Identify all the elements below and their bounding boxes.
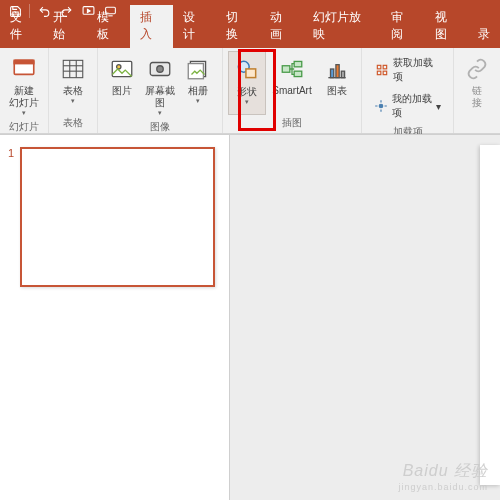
- picture-icon: [108, 55, 136, 83]
- album-label: 相册: [188, 85, 208, 97]
- svg-rect-5: [63, 60, 83, 77]
- chart-label: 图表: [327, 85, 347, 97]
- chevron-down-icon: ▾: [436, 101, 441, 112]
- tab-slideshow[interactable]: 幻灯片放映: [303, 5, 381, 48]
- pictures-label: 图片: [112, 85, 132, 97]
- group-label-tables: 表格: [63, 115, 83, 133]
- group-links: 链 接: [454, 48, 500, 133]
- group-images: 图片 屏幕截图 ▾ 相册 ▾ 图像: [98, 48, 223, 133]
- my-addins-button[interactable]: 我的加载项 ▾: [368, 88, 447, 124]
- chevron-down-icon: ▾: [22, 109, 26, 117]
- new-slide-button[interactable]: 新建 幻灯片 ▾: [5, 51, 43, 119]
- link-button[interactable]: 链 接: [459, 51, 495, 133]
- screenshot-button[interactable]: 屏幕截图 ▾: [141, 51, 179, 119]
- svg-rect-23: [336, 65, 339, 78]
- chevron-down-icon: ▾: [71, 97, 75, 105]
- slide-thumbnail-panel[interactable]: 1: [0, 135, 230, 500]
- store-icon: [374, 62, 389, 78]
- watermark-brand: Baidu 经验: [398, 461, 488, 482]
- get-addins-button[interactable]: 获取加载项: [368, 52, 447, 88]
- slide-thumbnail-row[interactable]: 1: [8, 147, 221, 287]
- table-label: 表格: [63, 85, 83, 97]
- tab-transitions[interactable]: 切换: [216, 5, 259, 48]
- svg-rect-19: [294, 61, 302, 66]
- group-addins: 获取加载项 我的加载项 ▾ 加载项: [362, 48, 454, 133]
- tab-insert[interactable]: 插入: [130, 5, 173, 48]
- tab-file[interactable]: 文件: [0, 5, 43, 48]
- screenshot-icon: [146, 55, 174, 83]
- get-addins-label: 获取加载项: [393, 56, 441, 84]
- tab-animations[interactable]: 动画: [260, 5, 303, 48]
- tab-record[interactable]: 录: [468, 22, 500, 48]
- chevron-down-icon: ▾: [196, 97, 200, 105]
- svg-point-29: [379, 104, 383, 108]
- addins-icon: [374, 98, 388, 114]
- chevron-down-icon: ▾: [158, 109, 162, 117]
- link-label: 链 接: [472, 85, 482, 109]
- link-icon: [463, 55, 491, 83]
- watermark-url: jingyan.baidu.com: [398, 482, 488, 492]
- smartart-icon: [278, 55, 306, 83]
- ribbon-tabs: 文件 开始 模板 插入 设计 切换 动画 幻灯片放映 审阅 视图 录: [0, 22, 500, 48]
- svg-rect-27: [377, 71, 381, 75]
- annotation-highlight-box: [238, 49, 276, 131]
- album-button[interactable]: 相册 ▾: [179, 51, 217, 119]
- new-slide-label: 新建 幻灯片: [9, 85, 39, 109]
- svg-point-11: [117, 65, 121, 69]
- svg-rect-28: [383, 71, 387, 75]
- group-slides: 新建 幻灯片 ▾ 幻灯片: [0, 48, 49, 133]
- album-icon: [184, 55, 212, 83]
- svg-rect-26: [383, 65, 387, 69]
- table-icon: [59, 55, 87, 83]
- smartart-label: SmartArt: [272, 85, 311, 97]
- slide-canvas[interactable]: [480, 145, 500, 485]
- chart-button[interactable]: 图表: [318, 51, 356, 115]
- tab-home[interactable]: 开始: [43, 5, 86, 48]
- svg-rect-20: [294, 71, 302, 76]
- slide-number: 1: [8, 147, 14, 287]
- my-addins-label: 我的加载项: [392, 92, 432, 120]
- tab-view[interactable]: 视图: [425, 5, 468, 48]
- svg-rect-18: [282, 66, 290, 73]
- svg-rect-4: [14, 60, 34, 63]
- new-slide-icon: [10, 55, 38, 83]
- pictures-button[interactable]: 图片: [103, 51, 141, 119]
- tab-review[interactable]: 审阅: [381, 5, 424, 48]
- table-button[interactable]: 表格 ▾: [54, 51, 92, 115]
- svg-rect-24: [341, 71, 344, 78]
- svg-rect-22: [331, 69, 334, 78]
- workspace: 1: [0, 134, 500, 500]
- group-tables: 表格 ▾ 表格: [49, 48, 98, 133]
- chart-icon: [323, 55, 351, 83]
- tab-template[interactable]: 模板: [87, 5, 130, 48]
- tab-design[interactable]: 设计: [173, 5, 216, 48]
- slide-thumbnail[interactable]: [20, 147, 215, 287]
- watermark: Baidu 经验 jingyan.baidu.com: [398, 461, 488, 492]
- svg-point-13: [157, 66, 164, 73]
- slide-canvas-area[interactable]: [230, 135, 500, 500]
- screenshot-label: 屏幕截图: [145, 85, 175, 109]
- svg-rect-25: [377, 65, 381, 69]
